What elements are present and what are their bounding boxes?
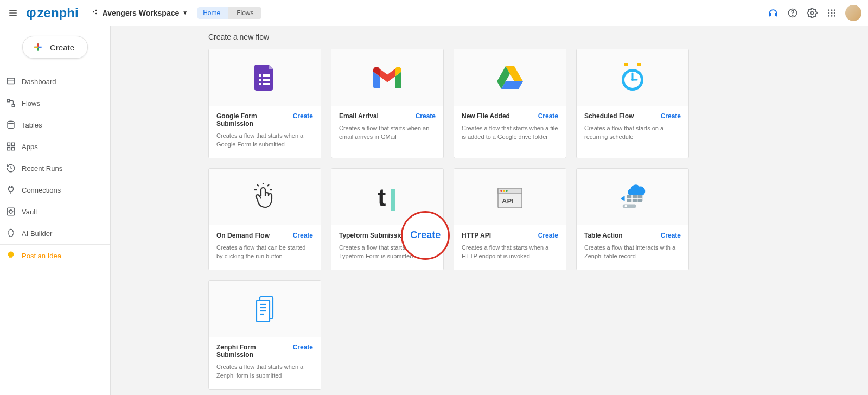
card-description: Creates a flow that starts when a Zenphi…	[216, 363, 313, 380]
breadcrumb-home[interactable]: Home	[197, 7, 228, 19]
svg-rect-22	[7, 78, 15, 84]
flow-card: tTypeform SubmissionCreateCreates a flow…	[331, 168, 444, 270]
svg-point-12	[828, 12, 829, 14]
svg-rect-44	[624, 63, 628, 66]
card-create-link[interactable]: Create	[661, 112, 681, 120]
card-icon-area	[209, 49, 321, 106]
flow-card: Scheduled FlowCreateCreates a flow that …	[576, 49, 689, 158]
card-description: Creates a flow that starts when a Typefo…	[339, 244, 436, 261]
card-title: Typeform Submission	[339, 232, 407, 239]
svg-rect-42	[259, 83, 261, 85]
settings-icon[interactable]	[806, 7, 818, 19]
svg-point-13	[831, 12, 833, 14]
svg-point-8	[811, 11, 814, 14]
card-create-link[interactable]: Create	[538, 112, 558, 120]
card-description: Creates a flow that starts when a HTTP e…	[462, 244, 558, 261]
svg-marker-70	[621, 196, 625, 201]
sidebar-item-label: Flows	[22, 99, 40, 107]
svg-text:API: API	[502, 197, 514, 205]
card-create-link[interactable]: Create	[293, 112, 313, 120]
svg-line-52	[257, 184, 259, 186]
svg-point-17	[834, 15, 835, 16]
svg-rect-32	[7, 208, 15, 215]
sidebar-item-label: Apps	[22, 143, 38, 151]
svg-point-16	[831, 15, 833, 16]
card-icon-area	[209, 281, 321, 337]
tables-icon	[5, 119, 16, 130]
sidebar-item-apps[interactable]: Apps	[0, 136, 110, 157]
menu-toggle-icon[interactable]	[7, 7, 20, 20]
apps-grid-icon[interactable]	[826, 7, 838, 19]
workspace-dots-icon	[92, 8, 99, 17]
card-create-link[interactable]: Create	[293, 343, 313, 351]
post-idea-label: Post an Idea	[22, 252, 61, 260]
card-icon-area: API	[454, 169, 566, 225]
sidebar-item-post-idea[interactable]: Post an Idea	[0, 245, 110, 266]
sidebar-item-vault[interactable]: Vault	[0, 201, 110, 222]
svg-point-3	[93, 11, 94, 13]
sidebar-item-flows[interactable]: Flows	[0, 92, 110, 114]
nav-list: DashboardFlowsTablesAppsRecent RunsConne…	[0, 71, 110, 244]
svg-line-53	[267, 184, 269, 186]
sidebar: Create DashboardFlowsTablesAppsRecent Ru…	[0, 26, 111, 395]
card-create-link[interactable]: Create	[538, 232, 558, 239]
create-button[interactable]: Create	[22, 36, 88, 59]
vault-icon	[5, 206, 16, 217]
card-create-link[interactable]: Create	[416, 232, 436, 239]
headset-icon[interactable]	[767, 7, 779, 19]
flow-card: Email ArrivalCreateCreates a flow that s…	[331, 49, 444, 158]
svg-rect-28	[12, 143, 15, 145]
sidebar-item-ai[interactable]: AI Builder	[0, 222, 110, 244]
sidebar-item-dashboard[interactable]: Dashboard	[0, 71, 110, 92]
svg-point-14	[834, 12, 835, 14]
card-title: Google Form Submission	[216, 112, 293, 128]
svg-point-5	[95, 13, 97, 15]
help-icon[interactable]	[787, 7, 799, 19]
svg-point-60	[500, 190, 502, 192]
svg-rect-40	[259, 79, 261, 81]
card-description: Creates a flow that starts when an email…	[339, 124, 436, 142]
svg-point-15	[828, 15, 829, 16]
svg-rect-39	[263, 74, 270, 77]
svg-point-7	[792, 15, 793, 15]
card-title: HTTP API	[462, 232, 491, 239]
svg-point-9	[828, 9, 829, 11]
svg-point-62	[506, 190, 507, 192]
svg-rect-25	[12, 104, 15, 107]
sidebar-item-label: AI Builder	[22, 230, 52, 238]
workspace-selector[interactable]: Avengers Workspace ▼	[92, 8, 188, 17]
svg-rect-43	[263, 83, 270, 85]
sidebar-item-tables[interactable]: Tables	[0, 114, 110, 136]
card-icon-area	[209, 169, 321, 225]
svg-point-10	[831, 9, 833, 11]
sidebar-item-connections[interactable]: Connections	[0, 179, 110, 201]
svg-rect-57	[391, 189, 395, 211]
card-description: Creates a flow that interacts with a Zen…	[584, 244, 681, 261]
flow-card: Zenphi Form SubmissionCreateCreates a fl…	[208, 280, 321, 390]
recent-icon	[5, 163, 16, 174]
clock-icon	[618, 65, 647, 91]
card-create-link[interactable]: Create	[661, 232, 681, 239]
avatar[interactable]	[845, 5, 861, 21]
svg-point-33	[9, 210, 12, 213]
card-description: Creates a flow that can be started by cl…	[216, 244, 313, 261]
card-create-link[interactable]: Create	[293, 232, 313, 239]
sidebar-item-label: Dashboard	[22, 78, 56, 86]
svg-point-11	[834, 9, 835, 11]
sidebar-item-recent[interactable]: Recent Runs	[0, 157, 110, 179]
card-icon-area: t	[331, 169, 443, 225]
card-create-link[interactable]: Create	[416, 112, 436, 120]
card-icon-area	[577, 169, 688, 225]
page-title: Create a new flow	[208, 33, 857, 41]
tap-icon	[251, 184, 279, 210]
breadcrumb-current[interactable]: Flows	[228, 7, 261, 19]
chevron-down-icon: ▼	[182, 10, 188, 16]
svg-text:t: t	[378, 183, 386, 211]
logo[interactable]: φzenphi	[26, 4, 79, 21]
gform-icon	[251, 65, 279, 91]
gmail-icon	[373, 65, 401, 91]
card-title: Table Action	[584, 232, 623, 239]
typeform-icon: t	[373, 184, 401, 210]
lightbulb-icon	[5, 250, 16, 261]
card-icon-area	[577, 49, 688, 106]
